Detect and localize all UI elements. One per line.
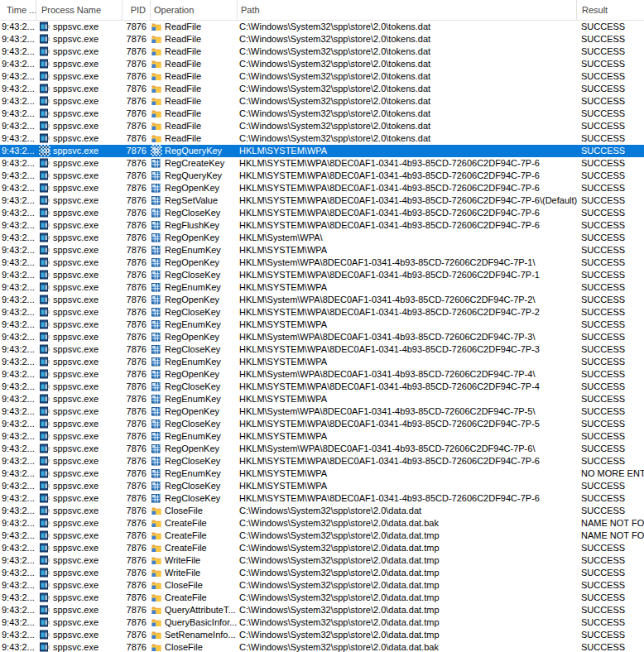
table-row[interactable]: 9:43:2... sppsvc.exe7876 ReadFileC:\Wind… (0, 21, 644, 33)
operation-name: RegOpenKey (165, 369, 219, 379)
result-cell: SUCCESS (577, 145, 644, 157)
pid-cell: 7876 (123, 530, 151, 542)
pid-cell: 7876 (123, 492, 151, 505)
table-row[interactable]: 9:43:2... sppsvc.exe7876 RegOpenKeyHKLM\… (0, 405, 644, 418)
table-row[interactable]: 9:43:2... sppsvc.exe7876 RegOpenKeyHKLM\… (0, 331, 644, 343)
process-icon (40, 506, 50, 515)
time-cell: 9:43:2... (0, 108, 36, 120)
table-row[interactable]: 9:43:2... sppsvc.exe7876 RegOpenKeyHKLM\… (0, 294, 644, 306)
table-row[interactable]: 9:43:2... sppsvc.exe7876 CreateFileC:\Wi… (0, 592, 644, 604)
process-icon (40, 71, 50, 81)
table-row[interactable]: 9:43:2... sppsvc.exe7876 RegEnumKeyHKLM\… (0, 319, 644, 331)
result-cell: SUCCESS (577, 542, 644, 554)
table-row[interactable]: 9:43:2... sppsvc.exe7876 RegSetValueHKLM… (0, 194, 644, 207)
column-header-time[interactable]: Time ... (0, 0, 36, 20)
result-cell: SUCCESS (577, 381, 644, 393)
column-header-path[interactable]: Path (238, 0, 577, 20)
table-row[interactable]: 9:43:2... sppsvc.exe7876 CloseFileC:\Win… (0, 641, 644, 652)
table-row[interactable]: 9:43:2... sppsvc.exe7876 RegEnumKeyHKLM\… (0, 356, 644, 368)
table-row[interactable]: 9:43:2... sppsvc.exe7876 ReadFileC:\Wind… (0, 95, 644, 108)
pid-cell: 7876 (123, 207, 151, 219)
operation-name: RegEnumKey (165, 245, 221, 255)
result-cell: SUCCESS (577, 641, 644, 652)
table-row[interactable]: 9:43:2... sppsvc.exe7876 RegCloseKeyHKLM… (0, 207, 644, 219)
table-row[interactable]: 9:43:2... sppsvc.exe7876 WriteFileC:\Win… (0, 554, 644, 567)
operation-name: ReadFile (165, 59, 201, 69)
table-row[interactable]: 9:43:2... sppsvc.exe7876 ReadFileC:\Wind… (0, 70, 644, 83)
table-row[interactable]: 9:43:2... sppsvc.exe7876 RegOpenKeyHKLM\… (0, 256, 644, 269)
time-cell: 9:43:2... (0, 356, 36, 368)
column-header-process[interactable]: Process Name (36, 0, 123, 20)
table-row[interactable]: 9:43:2... sppsvc.exe7876 RegOpenKeyHKLM\… (0, 232, 644, 244)
operation-cell: RegCloseKey (151, 269, 238, 281)
table-row[interactable]: 9:43:2... sppsvc.exe7876 RegEnumKeyHKLM\… (0, 244, 644, 256)
process-name: sppsvc.exe (53, 195, 99, 205)
table-row[interactable]: 9:43:2... sppsvc.exe7876 RegCloseKeyHKLM… (0, 418, 644, 430)
table-row[interactable]: 9:43:2... sppsvc.exe7876 RegCloseKeyHKLM… (0, 480, 644, 492)
table-row[interactable]: 9:43:2... sppsvc.exe7876 CreateFileC:\Wi… (0, 530, 644, 542)
table-row[interactable]: 9:43:2... sppsvc.exe7876 ReadFileC:\Wind… (0, 120, 644, 132)
process-icon (40, 518, 50, 528)
table-row[interactable]: 9:43:2... sppsvc.exe7876 ReadFileC:\Wind… (0, 33, 644, 46)
process-cell: sppsvc.exe (36, 368, 123, 381)
table-row[interactable]: 9:43:2... sppsvc.exe7876 RegOpenKeyHKLM\… (0, 443, 644, 455)
table-row[interactable]: 9:43:2... sppsvc.exe7876 RegEnumKeyHKLM\… (0, 281, 644, 294)
time-cell: 9:43:2... (0, 120, 36, 132)
table-row[interactable]: 9:43:2... sppsvc.exe7876 ReadFileC:\Wind… (0, 83, 644, 95)
time-cell: 9:43:2... (0, 157, 36, 170)
path-cell: C:\Windows\System32\spp\store\2.0\data.d… (238, 616, 577, 629)
process-cell: sppsvc.exe (36, 21, 123, 33)
column-header-pid[interactable]: PID (123, 0, 151, 20)
operation-name: ReadFile (165, 84, 201, 93)
process-name: sppsvc.exe (53, 158, 99, 168)
table-row[interactable]: 9:43:2... sppsvc.exe7876 RegCloseKeyHKLM… (0, 492, 644, 505)
operation-cell: QueryBasicInfor... (151, 616, 238, 629)
operation-cell: CreateFile (151, 517, 238, 530)
process-cell: sppsvc.exe (36, 95, 123, 108)
table-row[interactable]: 9:43:2... sppsvc.exe7876 WriteFileC:\Win… (0, 567, 644, 579)
table-row[interactable]: 9:43:2... sppsvc.exe7876 RegCreateKeyHKL… (0, 157, 644, 170)
table-row[interactable]: 9:43:2... sppsvc.exe7876 CreateFileC:\Wi… (0, 542, 644, 554)
table-row[interactable]: 9:43:2... sppsvc.exe7876 RegCloseKeyHKLM… (0, 381, 644, 393)
table-row[interactable]: 9:43:2... sppsvc.exe7876 RegOpenKeyHKLM\… (0, 182, 644, 194)
operation-cell: RegFlushKey (151, 219, 238, 232)
path-cell: HKLM\SYSTEM\WPA\8DEC0AF1-0341-4b93-85CD-… (238, 455, 577, 467)
table-row[interactable]: 9:43:2... sppsvc.exe7876 RegEnumKeyHKLM\… (0, 430, 644, 443)
table-row[interactable]: 9:43:2... sppsvc.exe7876 CloseFileC:\Win… (0, 579, 644, 592)
process-name: sppsvc.exe (53, 108, 99, 118)
operation-cell: RegQueryKey (151, 170, 238, 182)
operation-cell: WriteFile (151, 554, 238, 567)
process-icon (40, 431, 50, 441)
table-row[interactable]: 9:43:2... sppsvc.exe7876 QueryBasicInfor… (0, 616, 644, 629)
table-row[interactable]: 9:43:2... sppsvc.exe7876 ReadFileC:\Wind… (0, 132, 644, 145)
table-row[interactable]: 9:43:2... sppsvc.exe7876 RegFlushKeyHKLM… (0, 219, 644, 232)
table-row[interactable]: 9:43:2... sppsvc.exe7876 SetRenameInfo..… (0, 629, 644, 641)
table-row[interactable]: 9:43:2... sppsvc.exe7876 CreateFileC:\Wi… (0, 517, 644, 530)
table-row[interactable]: 9:43:2... sppsvc.exe7876 RegCloseKeyHKLM… (0, 306, 644, 319)
path-cell: HKLM\SYSTEM\WPA\8DEC0AF1-0341-4b93-85CD-… (238, 381, 577, 393)
path-cell: C:\Windows\System32\spp\store\2.0\data.d… (238, 604, 577, 616)
table-row[interactable]: 9:43:2... sppsvc.exe7876 ReadFileC:\Wind… (0, 46, 644, 58)
time-cell: 9:43:2... (0, 604, 36, 616)
pid-cell: 7876 (123, 132, 151, 145)
column-header-result[interactable]: Result (577, 0, 644, 20)
process-name: sppsvc.exe (53, 84, 99, 93)
table-row[interactable]: 9:43:2... sppsvc.exe7876 RegEnumKeyHKLM\… (0, 393, 644, 405)
table-row[interactable]: 9:43:2... sppsvc.exe7876 RegEnumKeyHKLM\… (0, 467, 644, 480)
table-row[interactable]: 9:43:2... sppsvc.exe7876 RegQueryKeyHKLM… (0, 170, 644, 182)
table-row[interactable]: 9:43:2... sppsvc.exe7876 RegCloseKeyHKLM… (0, 343, 644, 356)
process-icon (40, 84, 50, 93)
process-icon (40, 158, 50, 168)
table-row[interactable]: 9:43:2... sppsvc.exe7876 ReadFileC:\Wind… (0, 58, 644, 70)
table-row[interactable]: 9:43:2... sppsvc.exe7876 QueryAttributeT… (0, 604, 644, 616)
registry-icon (151, 170, 161, 180)
path-cell: C:\Windows\System32\spp\store\2.0\tokens… (238, 95, 577, 108)
table-row[interactable]: 9:43:2... sppsvc.exe7876 RegCloseKeyHKLM… (0, 455, 644, 467)
time-cell: 9:43:2... (0, 505, 36, 517)
column-header-operation[interactable]: Operation (151, 0, 238, 20)
table-row[interactable]: 9:43:2... sppsvc.exe7876 RegOpenKeyHKLM\… (0, 368, 644, 381)
table-row[interactable]: 9:43:2... sppsvc.exe7876 ReadFileC:\Wind… (0, 108, 644, 120)
table-row[interactable]: 9:43:2... sppsvc.exe7876 RegCloseKeyHKLM… (0, 269, 644, 281)
table-row[interactable]: 9:43:2... sppsvc.exe7876 CloseFileC:\Win… (0, 505, 644, 517)
table-row-selected[interactable]: 9:43:2... sppsvc.exe7876 RegQueryKeyHKLM… (0, 145, 644, 157)
